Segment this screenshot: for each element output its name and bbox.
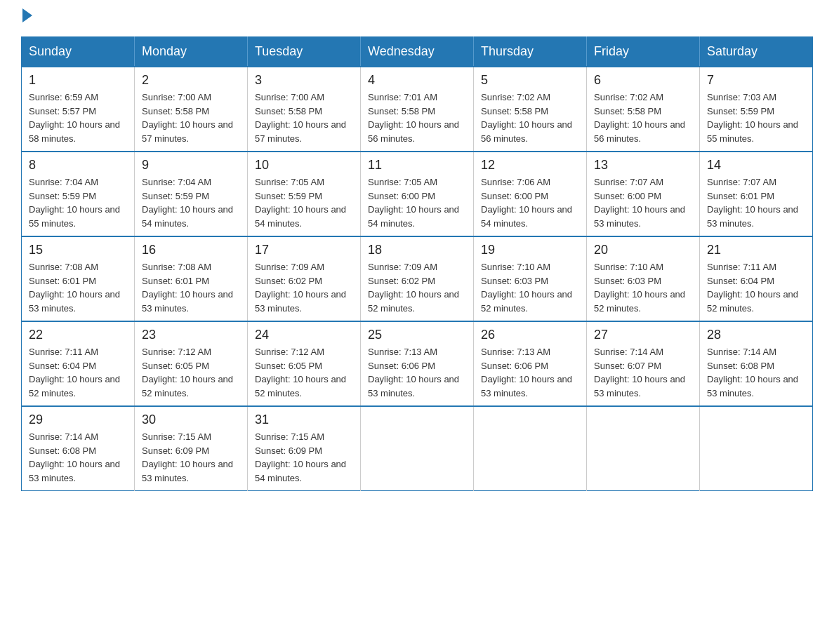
day-header-wednesday: Wednesday — [361, 37, 474, 67]
calendar-cell: 16 Sunrise: 7:08 AM Sunset: 6:01 PM Dayl… — [135, 236, 248, 321]
day-number: 2 — [142, 73, 240, 88]
day-number: 14 — [707, 158, 805, 173]
day-info: Sunrise: 7:00 AM Sunset: 5:58 PM Dayligh… — [142, 90, 240, 145]
day-info: Sunrise: 7:15 AM Sunset: 6:09 PM Dayligh… — [142, 430, 240, 485]
calendar-cell — [474, 406, 587, 491]
calendar-cell: 3 Sunrise: 7:00 AM Sunset: 5:58 PM Dayli… — [248, 67, 361, 152]
day-info: Sunrise: 7:14 AM Sunset: 6:08 PM Dayligh… — [29, 430, 127, 485]
week-row-3: 15 Sunrise: 7:08 AM Sunset: 6:01 PM Dayl… — [22, 236, 813, 321]
calendar-cell: 27 Sunrise: 7:14 AM Sunset: 6:07 PM Dayl… — [587, 321, 700, 406]
day-number: 28 — [707, 328, 805, 342]
calendar-cell: 20 Sunrise: 7:10 AM Sunset: 6:03 PM Dayl… — [587, 236, 700, 321]
day-header-friday: Friday — [587, 37, 700, 67]
calendar-cell: 28 Sunrise: 7:14 AM Sunset: 6:08 PM Dayl… — [700, 321, 813, 406]
day-number: 4 — [368, 73, 466, 88]
day-info: Sunrise: 7:04 AM Sunset: 5:59 PM Dayligh… — [142, 175, 240, 230]
logo-arrow-icon — [22, 8, 32, 22]
day-number: 30 — [142, 412, 240, 427]
day-info: Sunrise: 7:14 AM Sunset: 6:07 PM Dayligh… — [594, 345, 692, 400]
day-info: Sunrise: 7:06 AM Sunset: 6:00 PM Dayligh… — [481, 175, 579, 230]
day-info: Sunrise: 7:13 AM Sunset: 6:06 PM Dayligh… — [481, 345, 579, 400]
calendar-cell: 31 Sunrise: 7:15 AM Sunset: 6:09 PM Dayl… — [248, 406, 361, 491]
day-number: 24 — [255, 328, 353, 342]
calendar-cell — [587, 406, 700, 491]
calendar-cell: 10 Sunrise: 7:05 AM Sunset: 5:59 PM Dayl… — [248, 152, 361, 236]
calendar-cell: 17 Sunrise: 7:09 AM Sunset: 6:02 PM Dayl… — [248, 236, 361, 321]
day-number: 29 — [29, 412, 127, 427]
day-info: Sunrise: 7:14 AM Sunset: 6:08 PM Dayligh… — [707, 345, 805, 400]
day-info: Sunrise: 7:12 AM Sunset: 6:05 PM Dayligh… — [255, 345, 353, 400]
day-info: Sunrise: 7:02 AM Sunset: 5:58 PM Dayligh… — [481, 90, 579, 145]
calendar-cell: 7 Sunrise: 7:03 AM Sunset: 5:59 PM Dayli… — [700, 67, 813, 152]
day-number: 8 — [29, 158, 127, 173]
day-number: 1 — [29, 73, 127, 88]
day-info: Sunrise: 7:08 AM Sunset: 6:01 PM Dayligh… — [29, 260, 127, 315]
day-number: 20 — [594, 243, 692, 257]
calendar-cell: 15 Sunrise: 7:08 AM Sunset: 6:01 PM Dayl… — [22, 236, 135, 321]
day-number: 19 — [481, 243, 579, 257]
calendar-header: SundayMondayTuesdayWednesdayThursdayFrid… — [22, 37, 813, 67]
calendar-cell: 8 Sunrise: 7:04 AM Sunset: 5:59 PM Dayli… — [22, 152, 135, 236]
day-number: 11 — [368, 158, 466, 173]
day-header-saturday: Saturday — [700, 37, 813, 67]
day-number: 10 — [255, 158, 353, 173]
calendar-body: 1 Sunrise: 6:59 AM Sunset: 5:57 PM Dayli… — [22, 67, 813, 491]
week-row-1: 1 Sunrise: 6:59 AM Sunset: 5:57 PM Dayli… — [22, 67, 813, 152]
week-row-5: 29 Sunrise: 7:14 AM Sunset: 6:08 PM Dayl… — [22, 406, 813, 491]
calendar-cell: 18 Sunrise: 7:09 AM Sunset: 6:02 PM Dayl… — [361, 236, 474, 321]
calendar-cell: 21 Sunrise: 7:11 AM Sunset: 6:04 PM Dayl… — [700, 236, 813, 321]
day-info: Sunrise: 7:10 AM Sunset: 6:03 PM Dayligh… — [594, 260, 692, 315]
day-number: 9 — [142, 158, 240, 173]
day-info: Sunrise: 7:02 AM Sunset: 5:58 PM Dayligh… — [594, 90, 692, 145]
calendar-cell: 4 Sunrise: 7:01 AM Sunset: 5:58 PM Dayli… — [361, 67, 474, 152]
calendar-cell: 19 Sunrise: 7:10 AM Sunset: 6:03 PM Dayl… — [474, 236, 587, 321]
day-info: Sunrise: 7:09 AM Sunset: 6:02 PM Dayligh… — [368, 260, 466, 315]
day-info: Sunrise: 7:05 AM Sunset: 5:59 PM Dayligh… — [255, 175, 353, 230]
day-number: 17 — [255, 243, 353, 257]
page-header — [21, 14, 813, 22]
calendar-cell: 14 Sunrise: 7:07 AM Sunset: 6:01 PM Dayl… — [700, 152, 813, 236]
logo — [21, 14, 32, 22]
day-info: Sunrise: 7:11 AM Sunset: 6:04 PM Dayligh… — [707, 260, 805, 315]
calendar-cell: 29 Sunrise: 7:14 AM Sunset: 6:08 PM Dayl… — [22, 406, 135, 491]
day-number: 12 — [481, 158, 579, 173]
day-header-row: SundayMondayTuesdayWednesdayThursdayFrid… — [22, 37, 813, 67]
calendar-cell: 12 Sunrise: 7:06 AM Sunset: 6:00 PM Dayl… — [474, 152, 587, 236]
day-info: Sunrise: 7:10 AM Sunset: 6:03 PM Dayligh… — [481, 260, 579, 315]
day-number: 31 — [255, 412, 353, 427]
day-number: 13 — [594, 158, 692, 173]
calendar-cell: 25 Sunrise: 7:13 AM Sunset: 6:06 PM Dayl… — [361, 321, 474, 406]
calendar-cell: 2 Sunrise: 7:00 AM Sunset: 5:58 PM Dayli… — [135, 67, 248, 152]
day-number: 6 — [594, 73, 692, 88]
day-info: Sunrise: 7:01 AM Sunset: 5:58 PM Dayligh… — [368, 90, 466, 145]
day-info: Sunrise: 7:09 AM Sunset: 6:02 PM Dayligh… — [255, 260, 353, 315]
day-number: 15 — [29, 243, 127, 257]
day-number: 26 — [481, 328, 579, 342]
day-header-tuesday: Tuesday — [248, 37, 361, 67]
day-info: Sunrise: 7:11 AM Sunset: 6:04 PM Dayligh… — [29, 345, 127, 400]
day-number: 21 — [707, 243, 805, 257]
day-info: Sunrise: 7:08 AM Sunset: 6:01 PM Dayligh… — [142, 260, 240, 315]
day-number: 22 — [29, 328, 127, 342]
day-header-thursday: Thursday — [474, 37, 587, 67]
day-number: 16 — [142, 243, 240, 257]
calendar-cell: 13 Sunrise: 7:07 AM Sunset: 6:00 PM Dayl… — [587, 152, 700, 236]
day-info: Sunrise: 6:59 AM Sunset: 5:57 PM Dayligh… — [29, 90, 127, 145]
day-info: Sunrise: 7:12 AM Sunset: 6:05 PM Dayligh… — [142, 345, 240, 400]
calendar-cell: 30 Sunrise: 7:15 AM Sunset: 6:09 PM Dayl… — [135, 406, 248, 491]
calendar-cell: 5 Sunrise: 7:02 AM Sunset: 5:58 PM Dayli… — [474, 67, 587, 152]
day-number: 3 — [255, 73, 353, 88]
calendar-cell — [361, 406, 474, 491]
day-header-sunday: Sunday — [22, 37, 135, 67]
calendar-cell: 6 Sunrise: 7:02 AM Sunset: 5:58 PM Dayli… — [587, 67, 700, 152]
week-row-4: 22 Sunrise: 7:11 AM Sunset: 6:04 PM Dayl… — [22, 321, 813, 406]
day-number: 18 — [368, 243, 466, 257]
day-info: Sunrise: 7:07 AM Sunset: 6:00 PM Dayligh… — [594, 175, 692, 230]
calendar-cell: 11 Sunrise: 7:05 AM Sunset: 6:00 PM Dayl… — [361, 152, 474, 236]
calendar-table: SundayMondayTuesdayWednesdayThursdayFrid… — [21, 36, 813, 491]
calendar-cell: 24 Sunrise: 7:12 AM Sunset: 6:05 PM Dayl… — [248, 321, 361, 406]
day-info: Sunrise: 7:04 AM Sunset: 5:59 PM Dayligh… — [29, 175, 127, 230]
day-info: Sunrise: 7:03 AM Sunset: 5:59 PM Dayligh… — [707, 90, 805, 145]
calendar-cell: 26 Sunrise: 7:13 AM Sunset: 6:06 PM Dayl… — [474, 321, 587, 406]
day-number: 5 — [481, 73, 579, 88]
